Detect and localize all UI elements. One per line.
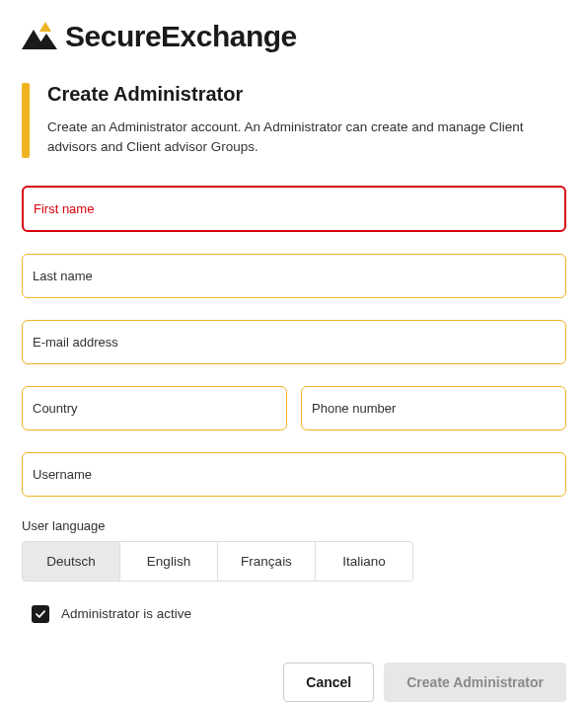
brand-header: SecureExchange [22,20,566,53]
language-group: User language Deutsch English Français I… [22,518,566,582]
cancel-button[interactable]: Cancel [283,663,374,702]
check-icon [34,607,47,621]
language-option-francais[interactable]: Français [217,541,316,582]
form-actions: Cancel Create Administrator [22,663,566,702]
username-label: Username [33,467,555,482]
language-option-deutsch[interactable]: Deutsch [22,541,120,582]
language-toggle: Deutsch English Français Italiano [22,541,566,582]
phone-field[interactable]: Phone number [301,386,566,430]
accent-bar [22,83,30,158]
page-title: Create Administrator [47,83,566,106]
first-name-field[interactable]: First name [22,186,566,232]
language-label: User language [22,518,566,533]
active-checkbox[interactable] [32,605,49,623]
last-name-field[interactable]: Last name [22,254,566,298]
language-option-italiano[interactable]: Italiano [315,541,413,582]
username-field[interactable]: Username [22,452,566,497]
country-field[interactable]: Country [22,386,287,430]
phone-label: Phone number [312,401,555,416]
last-name-label: Last name [33,269,555,283]
page-header: Create Administrator Create an Administr… [22,83,566,158]
svg-marker-0 [39,22,51,32]
first-name-label: First name [34,201,554,216]
page-description: Create an Administrator account. An Admi… [47,117,566,158]
active-checkbox-label: Administrator is active [61,606,191,621]
language-option-english[interactable]: English [119,541,218,582]
email-field[interactable]: E-mail address [22,320,566,364]
create-administrator-button[interactable]: Create Administrator [384,663,566,702]
active-checkbox-row: Administrator is active [32,605,566,623]
email-label: E-mail address [33,335,555,350]
country-label: Country [33,401,276,416]
brand-logo-icon [22,22,57,51]
brand-name: SecureExchange [65,20,297,53]
